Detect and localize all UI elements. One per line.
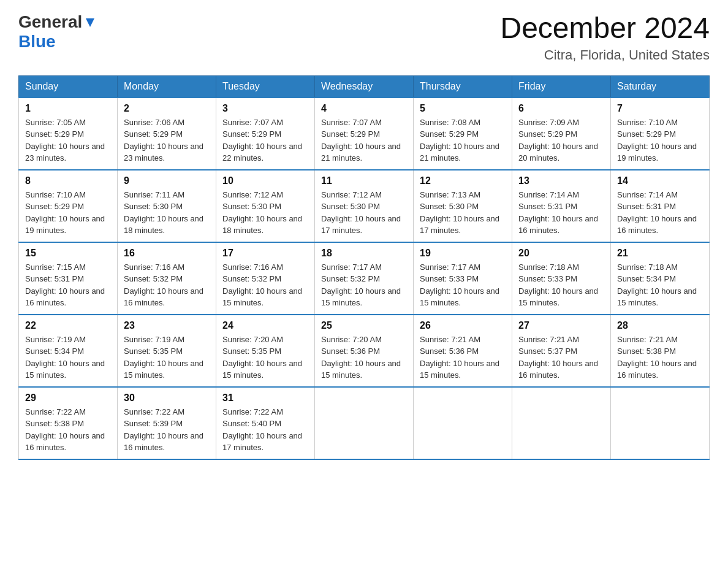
calendar-day-cell: 25 Sunrise: 7:20 AMSunset: 5:36 PMDaylig… [315, 315, 414, 387]
day-info: Sunrise: 7:08 AMSunset: 5:29 PMDaylight:… [420, 118, 499, 163]
calendar-day-cell: 9 Sunrise: 7:11 AMSunset: 5:30 PMDayligh… [118, 170, 216, 242]
day-info: Sunrise: 7:18 AMSunset: 5:34 PMDaylight:… [617, 262, 697, 308]
calendar-day-cell: 4 Sunrise: 7:07 AMSunset: 5:29 PMDayligh… [315, 98, 414, 170]
day-info: Sunrise: 7:11 AMSunset: 5:30 PMDaylight:… [124, 190, 203, 236]
calendar-day-cell: 28 Sunrise: 7:21 AMSunset: 5:38 PMDaylig… [611, 315, 710, 387]
day-number: 12 [420, 175, 506, 186]
day-number: 26 [420, 320, 506, 331]
calendar-week-row: 22 Sunrise: 7:19 AMSunset: 5:34 PMDaylig… [19, 315, 710, 387]
calendar-week-row: 8 Sunrise: 7:10 AMSunset: 5:29 PMDayligh… [19, 170, 710, 242]
logo-general-text: General [18, 12, 82, 32]
day-number: 10 [222, 175, 308, 186]
day-number: 1 [25, 103, 111, 114]
day-of-week-header: Monday [118, 75, 216, 98]
day-number: 2 [124, 103, 210, 114]
day-info: Sunrise: 7:22 AMSunset: 5:39 PMDaylight:… [124, 407, 203, 453]
calendar-week-row: 1 Sunrise: 7:05 AMSunset: 5:29 PMDayligh… [19, 98, 710, 170]
calendar-day-cell: 31 Sunrise: 7:22 AMSunset: 5:40 PMDaylig… [216, 387, 315, 459]
day-info: Sunrise: 7:10 AMSunset: 5:29 PMDaylight:… [25, 190, 105, 236]
calendar-week-row: 29 Sunrise: 7:22 AMSunset: 5:38 PMDaylig… [19, 387, 710, 459]
day-number: 6 [518, 103, 604, 114]
day-of-week-header: Wednesday [315, 75, 414, 98]
day-info: Sunrise: 7:12 AMSunset: 5:30 PMDaylight:… [222, 190, 302, 236]
logo-blue-text: Blue [18, 32, 56, 51]
calendar-day-cell: 17 Sunrise: 7:16 AMSunset: 5:32 PMDaylig… [216, 242, 315, 315]
calendar-day-cell: 1 Sunrise: 7:05 AMSunset: 5:29 PMDayligh… [19, 98, 118, 170]
calendar-day-cell: 11 Sunrise: 7:12 AMSunset: 5:30 PMDaylig… [315, 170, 414, 242]
logo: General Blue [18, 12, 97, 52]
day-info: Sunrise: 7:14 AMSunset: 5:31 PMDaylight:… [518, 190, 598, 236]
title-section: December 2024 Citra, Florida, United Sta… [500, 12, 710, 63]
day-info: Sunrise: 7:07 AMSunset: 5:29 PMDaylight:… [222, 118, 302, 163]
day-info: Sunrise: 7:12 AMSunset: 5:30 PMDaylight:… [321, 190, 401, 236]
day-info: Sunrise: 7:17 AMSunset: 5:32 PMDaylight:… [321, 262, 401, 308]
calendar-day-cell: 21 Sunrise: 7:18 AMSunset: 5:34 PMDaylig… [611, 242, 710, 315]
day-number: 5 [420, 103, 506, 114]
calendar-day-cell: 23 Sunrise: 7:19 AMSunset: 5:35 PMDaylig… [118, 315, 216, 387]
calendar-day-cell: 30 Sunrise: 7:22 AMSunset: 5:39 PMDaylig… [118, 387, 216, 459]
day-number: 8 [25, 175, 111, 186]
calendar-day-cell: 20 Sunrise: 7:18 AMSunset: 5:33 PMDaylig… [512, 242, 611, 315]
svg-marker-0 [86, 18, 94, 27]
calendar-day-cell: 19 Sunrise: 7:17 AMSunset: 5:33 PMDaylig… [414, 242, 512, 315]
day-number: 20 [518, 248, 604, 259]
calendar-day-cell: 2 Sunrise: 7:06 AMSunset: 5:29 PMDayligh… [118, 98, 216, 170]
day-info: Sunrise: 7:19 AMSunset: 5:34 PMDaylight:… [25, 335, 105, 380]
calendar-day-cell: 12 Sunrise: 7:13 AMSunset: 5:30 PMDaylig… [414, 170, 512, 242]
day-of-week-header: Friday [512, 75, 611, 98]
day-info: Sunrise: 7:06 AMSunset: 5:29 PMDaylight:… [124, 118, 203, 163]
logo-triangle-icon [83, 16, 97, 29]
day-number: 22 [25, 320, 111, 331]
day-number: 29 [25, 393, 111, 404]
day-number: 27 [518, 320, 604, 331]
day-info: Sunrise: 7:19 AMSunset: 5:35 PMDaylight:… [124, 335, 203, 380]
day-info: Sunrise: 7:14 AMSunset: 5:31 PMDaylight:… [617, 190, 697, 236]
day-of-week-header: Saturday [611, 75, 710, 98]
day-info: Sunrise: 7:21 AMSunset: 5:37 PMDaylight:… [518, 335, 598, 380]
calendar-day-cell: 8 Sunrise: 7:10 AMSunset: 5:29 PMDayligh… [19, 170, 118, 242]
day-info: Sunrise: 7:10 AMSunset: 5:29 PMDaylight:… [617, 118, 697, 163]
calendar-header-row: SundayMondayTuesdayWednesdayThursdayFrid… [19, 75, 710, 98]
calendar-day-cell: 7 Sunrise: 7:10 AMSunset: 5:29 PMDayligh… [611, 98, 710, 170]
day-number: 7 [617, 103, 703, 114]
day-number: 31 [222, 393, 308, 404]
day-number: 13 [518, 175, 604, 186]
calendar-week-row: 15 Sunrise: 7:15 AMSunset: 5:31 PMDaylig… [19, 242, 710, 315]
day-info: Sunrise: 7:20 AMSunset: 5:36 PMDaylight:… [321, 335, 401, 380]
calendar-day-cell: 15 Sunrise: 7:15 AMSunset: 5:31 PMDaylig… [19, 242, 118, 315]
day-info: Sunrise: 7:22 AMSunset: 5:40 PMDaylight:… [222, 407, 302, 453]
calendar-day-cell [611, 387, 710, 459]
day-number: 19 [420, 248, 506, 259]
calendar-day-cell [512, 387, 611, 459]
calendar-day-cell: 24 Sunrise: 7:20 AMSunset: 5:35 PMDaylig… [216, 315, 315, 387]
day-number: 4 [321, 103, 407, 114]
calendar-day-cell: 10 Sunrise: 7:12 AMSunset: 5:30 PMDaylig… [216, 170, 315, 242]
day-number: 24 [222, 320, 308, 331]
calendar-day-cell: 29 Sunrise: 7:22 AMSunset: 5:38 PMDaylig… [19, 387, 118, 459]
day-info: Sunrise: 7:15 AMSunset: 5:31 PMDaylight:… [25, 262, 105, 308]
day-number: 18 [321, 248, 407, 259]
calendar-day-cell: 16 Sunrise: 7:16 AMSunset: 5:32 PMDaylig… [118, 242, 216, 315]
day-info: Sunrise: 7:21 AMSunset: 5:36 PMDaylight:… [420, 335, 499, 380]
day-number: 14 [617, 175, 703, 186]
day-info: Sunrise: 7:17 AMSunset: 5:33 PMDaylight:… [420, 262, 499, 308]
day-info: Sunrise: 7:05 AMSunset: 5:29 PMDaylight:… [25, 118, 105, 163]
day-info: Sunrise: 7:16 AMSunset: 5:32 PMDaylight:… [124, 262, 203, 308]
calendar-day-cell: 27 Sunrise: 7:21 AMSunset: 5:37 PMDaylig… [512, 315, 611, 387]
day-number: 17 [222, 248, 308, 259]
location-subtitle: Citra, Florida, United States [500, 47, 710, 63]
day-number: 28 [617, 320, 703, 331]
day-number: 11 [321, 175, 407, 186]
day-number: 23 [124, 320, 210, 331]
calendar-day-cell: 5 Sunrise: 7:08 AMSunset: 5:29 PMDayligh… [414, 98, 512, 170]
calendar-day-cell: 14 Sunrise: 7:14 AMSunset: 5:31 PMDaylig… [611, 170, 710, 242]
day-info: Sunrise: 7:13 AMSunset: 5:30 PMDaylight:… [420, 190, 499, 236]
day-info: Sunrise: 7:09 AMSunset: 5:29 PMDaylight:… [518, 118, 598, 163]
calendar-day-cell [414, 387, 512, 459]
day-info: Sunrise: 7:07 AMSunset: 5:29 PMDaylight:… [321, 118, 401, 163]
day-info: Sunrise: 7:18 AMSunset: 5:33 PMDaylight:… [518, 262, 598, 308]
day-info: Sunrise: 7:16 AMSunset: 5:32 PMDaylight:… [222, 262, 302, 308]
calendar-day-cell: 6 Sunrise: 7:09 AMSunset: 5:29 PMDayligh… [512, 98, 611, 170]
day-of-week-header: Thursday [414, 75, 512, 98]
day-number: 25 [321, 320, 407, 331]
